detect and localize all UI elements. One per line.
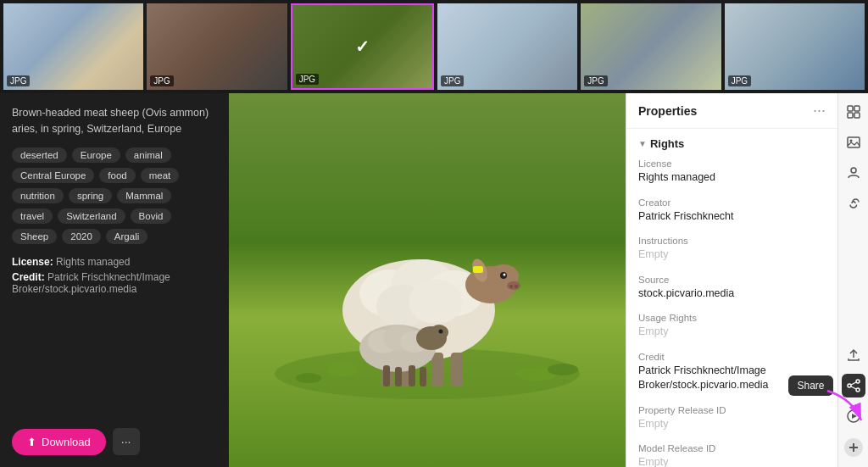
film-item-5[interactable]: JPG [581,3,721,90]
tag-central-europe[interactable]: Central Europe [12,168,94,183]
tag-meat[interactable]: meat [141,168,180,183]
prop-label-usage-rights: Usage Rights [638,313,826,323]
properties-more-button[interactable]: ··· [813,102,826,120]
more-options-button[interactable]: ··· [113,428,140,455]
tag-nutrition[interactable]: nutrition [12,188,64,203]
prop-value-creator: Patrick Frischknecht [638,209,826,225]
person-icon[interactable] [842,161,865,185]
prop-source: Source stock.picvario.media [638,275,826,302]
prop-label-model-release: Model Release ID [638,443,826,453]
prop-property-release: Property Release ID Empty [638,405,826,432]
svg-point-34 [548,364,578,375]
prop-credit: Credit Patrick Frischknecht/Image Broker… [638,352,826,393]
film-item-2[interactable]: JPG [147,3,287,90]
prop-value-license: Rights managed [638,170,826,186]
sheep-illustration [258,153,597,408]
tag-switzerland[interactable]: Switzerland [58,208,125,224]
svg-point-44 [848,384,851,387]
right-panel: Properties ··· ▼ Rights License Rights m… [626,93,837,467]
tag-deserted[interactable]: deserted [12,147,67,163]
film-badge-5: JPG [584,75,607,86]
film-badge-4: JPG [441,75,464,86]
plus-icon[interactable] [844,438,863,457]
prop-value-model-release: Empty [638,455,826,467]
svg-marker-49 [852,414,857,419]
section-chevron: ▼ [638,139,647,148]
properties-header: Properties ··· [626,93,837,129]
svg-point-42 [856,380,860,383]
main-image-area [229,93,626,467]
tag-animal[interactable]: animal [125,147,171,163]
rights-section-header[interactable]: ▼ Rights [638,137,826,150]
link-icon[interactable] [842,192,865,215]
tag-2020[interactable]: 2020 [62,229,101,244]
tag-travel[interactable]: travel [12,208,53,224]
prop-label-creator: Creator [638,197,826,208]
download-label: Download [42,436,91,448]
prop-instructions: Instructions Empty [638,236,826,263]
svg-rect-36 [854,106,860,111]
prop-label-license: License [638,158,826,169]
prop-license: License Rights managed [638,158,826,186]
prop-label-property-release: Property Release ID [638,405,826,415]
svg-point-13 [509,285,513,288]
share-icon[interactable]: Share [842,374,865,398]
prop-value-source: stock.picvario.media [638,286,826,302]
prop-label-credit: Credit [638,352,826,362]
prop-creator: Creator Patrick Frischknecht [638,197,826,225]
download-button[interactable]: ⬆ Download [12,429,106,455]
tag-bovid[interactable]: Bovid [131,208,172,224]
license-value: Rights managed [56,256,130,268]
left-panel: Brown-headed meat sheep (Ovis ammon) ari… [0,93,229,467]
svg-rect-27 [383,365,390,386]
film-badge-2: JPG [150,75,173,86]
svg-point-33 [296,373,321,383]
prop-label-instructions: Instructions [638,236,826,246]
prop-usage-rights: Usage Rights Empty [638,313,826,340]
svg-rect-30 [420,367,426,386]
tags-container: deserted Europe animal Central Europe fo… [12,147,217,244]
license-line: License: Rights managed [12,256,217,268]
tag-food[interactable]: food [99,168,135,183]
tag-mammal[interactable]: Mammal [117,188,171,203]
prop-value-property-release: Empty [638,417,826,432]
svg-point-14 [515,285,518,288]
prop-value-instructions: Empty [638,247,826,263]
properties-title: Properties [638,104,697,118]
grid-icon[interactable] [842,100,865,124]
svg-rect-38 [854,113,860,118]
tag-argali[interactable]: Argali [106,229,147,244]
svg-point-12 [507,281,520,290]
film-checkmark: ✓ [355,36,370,57]
tag-spring[interactable]: spring [69,188,112,203]
properties-body: ▼ Rights License Rights managed Creator … [626,129,837,467]
film-item-1[interactable]: JPG [3,3,143,90]
film-badge-6: JPG [728,75,751,86]
svg-rect-35 [848,106,853,111]
svg-rect-28 [395,367,402,386]
tag-sheep[interactable]: Sheep [12,229,57,244]
filmstrip: JPG JPG JPG ✓ JPG JPG JPG [0,0,868,93]
upload-icon[interactable] [842,343,865,367]
credit-label: Credit: [12,271,45,283]
film-item-6[interactable]: JPG [725,3,865,90]
svg-point-26 [439,329,443,333]
license-label: License: [12,256,53,268]
film-item-3[interactable]: JPG ✓ [291,3,434,90]
download-icon: ⬆ [27,436,36,448]
svg-rect-39 [848,137,860,147]
film-item-4[interactable]: JPG [437,3,577,90]
film-badge-3: JPG [296,74,319,85]
image-icon[interactable] [842,131,865,154]
bottom-bar: ⬆ Download ··· [12,420,217,455]
prop-label-source: Source [638,275,826,285]
tag-europe[interactable]: Europe [72,147,120,163]
svg-point-43 [856,388,860,392]
svg-line-46 [851,386,856,389]
svg-rect-29 [409,365,415,386]
svg-point-40 [849,140,852,142]
credit-line: Credit: Patrick Frischknecht/Image Broke… [12,271,217,295]
section-title: Rights [650,137,684,150]
svg-point-31 [326,363,359,376]
play-icon[interactable] [842,404,865,428]
